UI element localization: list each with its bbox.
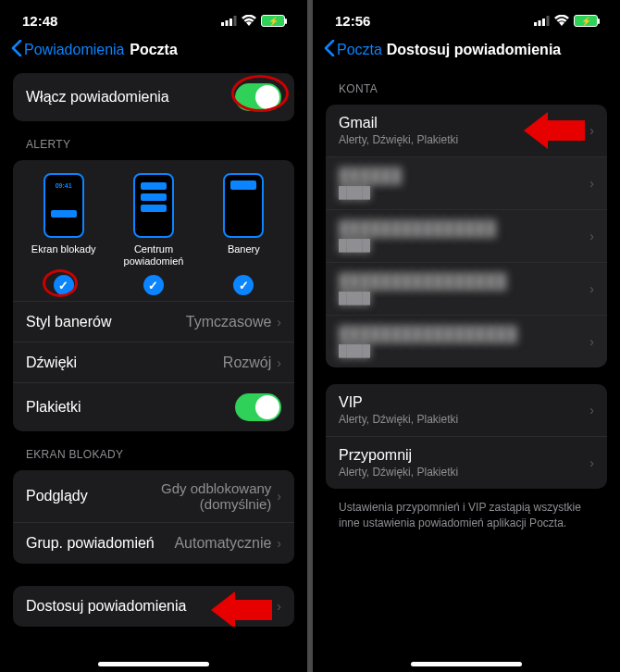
- banner-preview-icon: [223, 173, 264, 238]
- alerts-group: 09:41 Ekran blokady ✓ Centrum powiadomie…: [13, 160, 294, 431]
- grouping-label: Grup. powiadomień: [26, 535, 174, 552]
- status-icons: ⚡: [534, 13, 598, 29]
- check-icon: ✓: [233, 275, 254, 295]
- svg-rect-2: [229, 19, 232, 26]
- chevron-right-icon: ›: [277, 315, 281, 330]
- check-icon: ✓: [143, 275, 164, 295]
- status-bar: 12:48 ⚡: [0, 0, 307, 32]
- grouping-value: Automatycznie: [174, 535, 271, 552]
- chevron-right-icon: ›: [277, 599, 281, 614]
- svg-rect-0: [221, 22, 224, 26]
- account-hidden-row[interactable]: ████████████████████ ›: [326, 263, 607, 316]
- alert-center-option[interactable]: Centrum powiadomień ✓: [108, 173, 198, 295]
- vip-row[interactable]: VIP Alerty, Dźwięki, Plakietki ›: [326, 384, 607, 437]
- chevron-right-icon: ›: [277, 355, 281, 370]
- chevron-left-icon: [324, 40, 335, 60]
- vip-title: VIP: [339, 394, 589, 411]
- alert-center-label: Centrum powiadomień: [108, 243, 198, 268]
- svg-rect-4: [534, 22, 537, 26]
- lock-screen-group: Podglądy Gdy odblokowany (domyślnie) › G…: [13, 470, 294, 564]
- sounds-row[interactable]: Dźwięki Rozwój ›: [13, 342, 294, 383]
- customize-group: Dostosuj powiadomienia ›: [13, 586, 294, 627]
- accounts-group: Gmail Alerty, Dźwięki, Plakietki › █████…: [326, 105, 607, 367]
- remind-subtitle: Alerty, Dźwięki, Plakietki: [339, 466, 589, 479]
- chevron-right-icon: ›: [589, 229, 594, 243]
- enable-group: Włącz powiadomienia: [13, 73, 294, 121]
- chevron-right-icon: ›: [589, 176, 594, 191]
- vip-subtitle: Alerty, Dźwięki, Plakietki: [339, 413, 589, 426]
- back-label: Poczta: [337, 42, 382, 58]
- back-label: Powiadomienia: [24, 42, 125, 58]
- chevron-right-icon: ›: [589, 123, 594, 138]
- vip-text: VIP Alerty, Dźwięki, Plakietki: [339, 394, 589, 426]
- check-icon: ✓: [54, 275, 74, 295]
- battery-icon: ⚡: [574, 15, 598, 27]
- status-bar: 12:56 ⚡: [313, 0, 620, 32]
- lock-screen-preview-icon: 09:41: [43, 173, 84, 238]
- banner-style-value: Tymczasowe: [186, 314, 271, 330]
- battery-icon: ⚡: [261, 15, 285, 27]
- page-title: Poczta: [130, 42, 178, 58]
- account-hidden-row[interactable]: ███████████████████ ›: [326, 210, 607, 263]
- chevron-left-icon: [11, 40, 22, 60]
- footer-note: Ustawienia przypomnień i VIP zastąpią ws…: [313, 492, 620, 539]
- status-time: 12:48: [22, 13, 57, 29]
- svg-rect-6: [542, 19, 545, 26]
- account-hidden-row[interactable]: █████████████████████ ›: [326, 316, 607, 367]
- account-title: Gmail: [339, 115, 589, 131]
- enable-label: Włącz powiadomienia: [26, 89, 235, 106]
- alert-lock-label: Ekran blokady: [19, 243, 108, 268]
- account-subtitle: Alerty, Dźwięki, Plakietki: [339, 133, 589, 146]
- badges-row[interactable]: Plakietki: [13, 383, 294, 431]
- home-indicator[interactable]: [98, 662, 209, 666]
- nav-bar: Powiadomienia Poczta: [0, 32, 307, 69]
- previews-value: Gdy odblokowany (domyślnie): [95, 480, 272, 512]
- back-button[interactable]: Powiadomienia: [11, 40, 125, 60]
- customize-notifications-row[interactable]: Dostosuj powiadomienia ›: [13, 586, 294, 627]
- chevron-right-icon: ›: [589, 455, 594, 470]
- chevron-right-icon: ›: [589, 281, 594, 296]
- previews-row[interactable]: Podglądy Gdy odblokowany (domyślnie) ›: [13, 470, 294, 523]
- chevron-right-icon: ›: [277, 536, 281, 551]
- status-icons: ⚡: [221, 13, 285, 29]
- grouping-row[interactable]: Grup. powiadomień Automatycznie ›: [13, 523, 294, 564]
- alert-style-picker: 09:41 Ekran blokady ✓ Centrum powiadomie…: [13, 160, 294, 302]
- badges-label: Plakietki: [26, 399, 235, 416]
- previews-label: Podglądy: [26, 488, 88, 504]
- alerts-header: ALERTY: [0, 125, 307, 156]
- svg-rect-5: [539, 20, 541, 26]
- banner-style-label: Styl banerów: [26, 314, 186, 330]
- signal-icon: [221, 13, 237, 29]
- home-indicator[interactable]: [411, 662, 522, 666]
- status-time: 12:56: [335, 13, 370, 29]
- page-title: Dostosuj powiadomienia: [387, 42, 561, 58]
- sounds-value: Rozwój: [223, 355, 271, 371]
- remind-row[interactable]: Przypomnij Alerty, Dźwięki, Plakietki ›: [326, 437, 607, 489]
- alert-lock-option[interactable]: 09:41 Ekran blokady ✓: [19, 173, 108, 295]
- svg-rect-3: [234, 16, 237, 26]
- sounds-label: Dźwięki: [26, 355, 223, 371]
- notification-center-preview-icon: [133, 173, 174, 238]
- badges-toggle[interactable]: [235, 393, 281, 421]
- customize-label: Dostosuj powiadomienia: [26, 598, 277, 615]
- alert-banner-option[interactable]: Banery ✓: [199, 173, 289, 295]
- account-gmail-row[interactable]: Gmail Alerty, Dźwięki, Plakietki ›: [326, 105, 607, 157]
- alert-banner-label: Banery: [199, 243, 289, 268]
- lock-screen-header: EKRAN BLOKADY: [0, 435, 307, 467]
- chevron-right-icon: ›: [277, 489, 281, 504]
- account-text: Gmail Alerty, Dźwięki, Plakietki: [339, 115, 589, 146]
- enable-toggle[interactable]: [235, 83, 281, 111]
- wifi-icon: [242, 13, 256, 29]
- remind-text: Przypomnij Alerty, Dźwięki, Plakietki: [339, 447, 589, 479]
- account-hidden-row[interactable]: ██████████ ›: [326, 157, 607, 210]
- phone-screen-right: 12:56 ⚡ Poczta Dostosuj powiadomienia KO…: [313, 0, 620, 672]
- svg-rect-7: [547, 16, 550, 26]
- enable-notifications-row[interactable]: Włącz powiadomienia: [13, 73, 294, 121]
- nav-bar: Poczta Dostosuj powiadomienia: [313, 32, 620, 69]
- accounts-header: KONTA: [313, 69, 620, 101]
- back-button[interactable]: Poczta: [324, 40, 382, 60]
- banner-style-row[interactable]: Styl banerów Tymczasowe ›: [13, 302, 294, 342]
- chevron-right-icon: ›: [589, 403, 594, 417]
- wifi-icon: [554, 13, 569, 29]
- phone-screen-left: 12:48 ⚡ Powiadomienia Poczta Włącz powia…: [0, 0, 307, 672]
